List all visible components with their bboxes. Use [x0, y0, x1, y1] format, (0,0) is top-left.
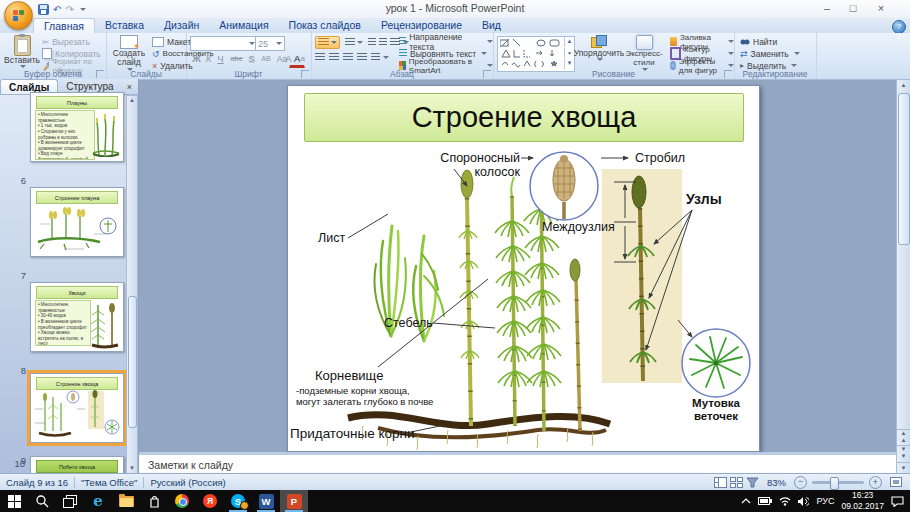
label-whorl[interactable]: Мутовка веточек — [682, 397, 750, 423]
store-button[interactable] — [140, 490, 168, 512]
slide-canvas[interactable]: Строение хвоща Спороносный колосок Строб… — [287, 85, 760, 452]
edge-button[interactable]: e — [84, 490, 112, 512]
task-view-button[interactable] — [56, 490, 84, 512]
office-button[interactable] — [4, 1, 33, 30]
normal-view-icon[interactable] — [714, 477, 727, 488]
zoom-slider-thumb[interactable] — [830, 477, 839, 490]
shapes-gallery[interactable]: ▲ ▼ ▼ — [497, 36, 575, 72]
replace-button[interactable]: ⇄ Заменить — [740, 48, 800, 59]
align-left-button[interactable] — [315, 53, 325, 62]
thumbnail-slide-6[interactable]: Плауны • Многолетние травянистые• 1 тыс.… — [30, 92, 124, 162]
shapes-scroll-down[interactable]: ▼ — [564, 59, 574, 69]
label-leaf[interactable]: Лист — [318, 231, 345, 245]
numbering-button[interactable] — [343, 37, 365, 48]
char-spacing-button[interactable]: АВ — [257, 51, 275, 66]
panel-close-icon[interactable]: × — [127, 82, 132, 92]
action-center-icon[interactable] — [891, 496, 904, 507]
panel-scroll-down-icon[interactable]: ▼ — [127, 464, 137, 473]
tab-animatsiya[interactable]: Анимация — [209, 18, 278, 33]
tray-expand-icon[interactable] — [741, 498, 751, 504]
font-size-combo[interactable]: 25 — [255, 36, 285, 51]
panel-scroll-up-icon[interactable]: ▲ — [127, 96, 137, 105]
tab-glavnaya[interactable]: Главная — [33, 18, 95, 33]
shapes-more[interactable]: ▼ — [564, 48, 574, 58]
font-name-combo[interactable] — [190, 36, 258, 51]
zoom-in-button[interactable]: + — [869, 476, 882, 489]
thumbnail-slide-7[interactable]: Строение плауна — [30, 187, 124, 257]
battery-icon[interactable] — [758, 497, 772, 505]
font-color-button[interactable]: А — [289, 51, 305, 68]
zoom-slider[interactable] — [812, 477, 864, 488]
yandex-button[interactable]: Я — [196, 490, 224, 512]
chrome-button[interactable] — [168, 490, 196, 512]
text-direction-button[interactable]: Направление текста — [399, 36, 493, 47]
label-internodes[interactable]: Междоузлия — [542, 220, 615, 234]
arrange-button[interactable]: Упорядочить — [578, 35, 620, 61]
start-button[interactable] — [0, 490, 28, 512]
label-strobil[interactable]: Стробил — [635, 151, 685, 165]
strikethrough-button[interactable]: abc — [227, 51, 246, 66]
main-scrollbar-thumb[interactable] — [898, 93, 910, 245]
tray-language[interactable]: РУС — [816, 496, 834, 506]
change-case-button[interactable]: Аа — [274, 51, 290, 66]
label-rhizome-desc[interactable]: -подземные корни хвоща, могут залегать г… — [296, 385, 446, 407]
zoom-percent[interactable]: 83% — [767, 477, 786, 488]
columns-button[interactable] — [371, 53, 389, 62]
file-explorer-button[interactable] — [112, 490, 140, 512]
font-dialog-launcher[interactable] — [301, 70, 309, 78]
powerpoint-button[interactable]: P — [280, 490, 308, 512]
main-scrollbar[interactable]: ▲ ▲▲ ▼▼ ▼ — [896, 79, 910, 475]
label-adventitious-roots[interactable]: Придаточные корни — [290, 426, 415, 441]
tab-dizayn[interactable]: Дизайн — [154, 18, 209, 33]
slideshow-icon[interactable] — [746, 477, 759, 488]
language-indicator[interactable]: Русский (Россия) — [150, 477, 225, 488]
paragraph-dialog-launcher[interactable] — [483, 70, 491, 78]
previous-slide-button[interactable]: ▲▲ — [897, 429, 910, 444]
label-spore-spike[interactable]: Спороносный колосок — [392, 151, 520, 179]
thumbnail-slide-10[interactable]: Побеги хвоща — [30, 456, 124, 474]
align-right-button[interactable] — [343, 53, 353, 62]
increase-indent-button[interactable] — [379, 38, 387, 47]
group-label-font: Шрифт — [186, 69, 311, 79]
clipboard-dialog-launcher[interactable] — [96, 70, 104, 78]
justify-button[interactable] — [357, 53, 367, 62]
new-slide-button[interactable]: ✶ Создать слайд — [110, 35, 148, 71]
close-button[interactable]: × — [870, 1, 892, 16]
decrease-indent-button[interactable] — [368, 38, 376, 47]
maximize-button[interactable]: □ — [842, 1, 864, 16]
slide-sorter-icon[interactable] — [730, 477, 743, 488]
next-slide-button[interactable]: ▼▼ — [897, 445, 910, 460]
theme-name[interactable]: "Тема Office" — [81, 477, 137, 488]
cut-button[interactable]: ✂ Вырезать — [42, 36, 90, 47]
word-button[interactable]: W — [252, 490, 280, 512]
thumbnail-slide-8[interactable]: Хвощи • Многолетние, травянистые• 30-40 … — [30, 282, 124, 352]
bullets-button[interactable] — [315, 36, 340, 49]
skype-button[interactable]: S — [224, 490, 252, 512]
drawing-dialog-launcher[interactable] — [724, 70, 732, 78]
quick-styles-button[interactable]: Экспресс-стили — [621, 35, 667, 71]
paste-button[interactable]: Вставить — [5, 35, 39, 68]
panel-scrollbar[interactable]: ▲ ▼ — [126, 95, 138, 474]
search-button[interactable] — [28, 490, 56, 512]
zoom-out-button[interactable]: − — [794, 476, 807, 489]
fit-to-window-icon[interactable] — [890, 477, 902, 488]
underline-button[interactable]: Ч — [214, 51, 227, 66]
panel-scrollbar-thumb[interactable] — [128, 296, 137, 428]
scroll-up-icon[interactable]: ▲ — [897, 80, 910, 91]
slide-title[interactable]: Строение хвоща — [304, 93, 744, 142]
tray-clock[interactable]: 16:23 09.02.2017 — [841, 490, 884, 511]
wifi-icon[interactable] — [779, 497, 791, 506]
find-button[interactable]: Найти — [740, 36, 777, 47]
thumbnail-slide-9-current[interactable]: Строение хвоща — [30, 373, 124, 443]
label-rhizome[interactable]: Корневище — [315, 368, 383, 383]
speaker-icon[interactable] — [798, 497, 809, 506]
align-center-button[interactable] — [329, 53, 339, 62]
label-stem[interactable]: Стебель — [384, 316, 433, 330]
shapes-scroll-up[interactable]: ▲ — [564, 37, 574, 47]
help-button[interactable]: ? — [892, 20, 906, 34]
label-nodes[interactable]: Узлы — [686, 191, 722, 207]
minimize-button[interactable]: – — [816, 1, 838, 16]
task-view-icon — [63, 495, 77, 508]
tab-vstavka[interactable]: Вставка — [95, 18, 154, 33]
tab-pokaz-slaydov[interactable]: Показ слайдов — [279, 18, 371, 33]
